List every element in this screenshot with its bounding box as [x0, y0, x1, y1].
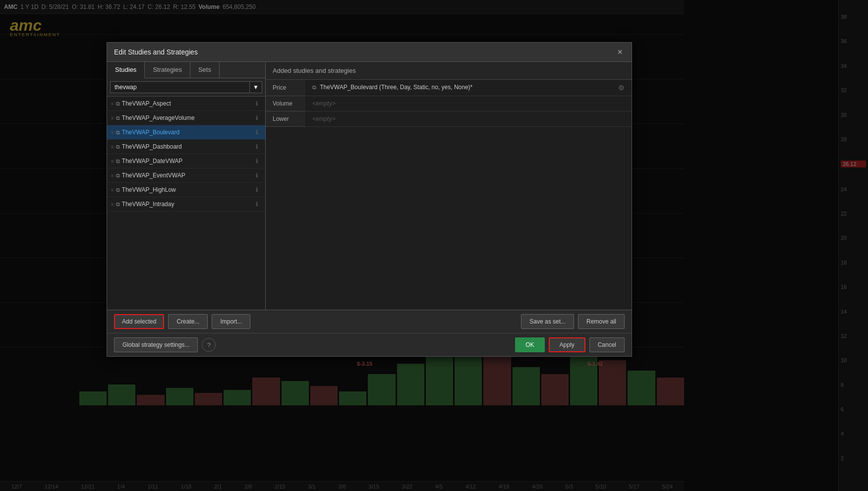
search-dropdown-arrow[interactable]: ▼ [250, 81, 262, 93]
edit-studies-modal: Edit Studies and Strategies × Studies St… [107, 42, 632, 357]
modal-header: Edit Studies and Strategies × [107, 43, 632, 62]
table-row-volume: Volume <empty> [266, 96, 632, 111]
footer-bottom-left: Global strategy settings... ? [114, 337, 216, 352]
table-row-lower: Lower <empty> [266, 111, 632, 127]
study-type-icon: ⧉ [116, 172, 120, 179]
study-info-button[interactable]: ℹ [252, 171, 261, 180]
study-info-button[interactable]: ℹ [252, 113, 261, 122]
footer-left-buttons: Add selected Create... Import... [114, 314, 250, 329]
study-type-icon: ⧉ [116, 144, 120, 150]
price-label: Price [266, 80, 305, 96]
drag-handle-icon: ≡ [111, 159, 114, 164]
study-name: TheVWAP_HighLow [122, 186, 250, 193]
drag-handle-icon: ≡ [111, 130, 114, 135]
price-value: ⧉ TheVWAP_Boulevard (Three, Day, Static,… [305, 80, 632, 96]
tab-sets[interactable]: Sets [190, 62, 220, 78]
lower-value: <empty> [305, 111, 632, 127]
study-name: TheVWAP_Boulevard [122, 129, 250, 136]
study-info-button[interactable]: ℹ [252, 99, 261, 108]
tab-bar: Studies Strategies Sets [107, 62, 265, 78]
right-panel: Added studies and strategies Price ⧉ The… [266, 62, 632, 310]
cancel-button[interactable]: Cancel [589, 337, 625, 352]
drag-handle-icon: ≡ [111, 101, 114, 107]
study-name: TheVWAP_Dashboard [122, 143, 250, 150]
study-info-button[interactable]: ℹ [252, 185, 261, 194]
price-study-name: TheVWAP_Boulevard (Three, Day, Static, n… [320, 84, 472, 91]
study-item[interactable]: ≡ ⧉ TheVWAP_Intraday ℹ [107, 197, 265, 212]
help-button[interactable]: ? [202, 338, 216, 352]
study-type-icon: ⧉ [116, 115, 120, 121]
added-studies-table: Price ⧉ TheVWAP_Boulevard (Three, Day, S… [266, 80, 632, 127]
right-panel-header: Added studies and strategies [266, 62, 632, 80]
create-button[interactable]: Create... [168, 314, 208, 329]
study-item[interactable]: ≡ ⧉ TheVWAP_EventVWAP ℹ [107, 168, 265, 183]
remove-all-button[interactable]: Remove all [578, 314, 625, 329]
search-box: ▼ [107, 78, 265, 97]
left-panel: Studies Strategies Sets ▼ ≡ ⧉ TheVW [107, 62, 266, 310]
modal-body: Studies Strategies Sets ▼ ≡ ⧉ TheVW [107, 62, 632, 310]
study-settings-button[interactable]: ⚙ [618, 84, 625, 92]
tab-strategies[interactable]: Strategies [145, 62, 190, 78]
study-type-icon: ⧉ [116, 129, 120, 136]
study-item[interactable]: ≡ ⧉ TheVWAP_HighLow ℹ [107, 183, 265, 197]
study-info-button[interactable]: ℹ [252, 157, 261, 165]
global-strategy-button[interactable]: Global strategy settings... [114, 337, 198, 352]
study-type-icon: ⧉ [116, 187, 120, 193]
study-type-icon: ⧉ [116, 158, 120, 164]
import-button[interactable]: Import... [212, 314, 250, 329]
study-type-icon: ⧉ [116, 101, 120, 107]
study-type-icon: ⧉ [116, 201, 120, 208]
study-name: TheVWAP_DateVWAP [122, 158, 250, 164]
study-item[interactable]: ≡ ⧉ TheVWAP_DateVWAP ℹ [107, 154, 265, 168]
study-item[interactable]: ≡ ⧉ TheVWAP_AverageVolume ℹ [107, 111, 265, 125]
volume-label: Volume [266, 96, 305, 111]
study-name: TheVWAP_Intraday [122, 201, 250, 208]
drag-handle-icon: ≡ [111, 144, 114, 150]
save-as-set-button[interactable]: Save as set... [521, 314, 574, 329]
tab-studies[interactable]: Studies [107, 62, 145, 78]
apply-button[interactable]: Apply [549, 337, 585, 352]
study-info-button[interactable]: ℹ [252, 128, 261, 137]
search-input[interactable] [110, 81, 250, 93]
lower-label: Lower [266, 111, 305, 127]
study-info-button[interactable]: ℹ [252, 200, 261, 209]
study-name: TheVWAP_AverageVolume [122, 114, 250, 121]
study-name: TheVWAP_EventVWAP [122, 172, 250, 179]
footer-bottom-right: OK Apply Cancel [515, 337, 625, 352]
drag-handle-icon: ≡ [111, 202, 114, 207]
drag-handle-icon: ≡ [111, 173, 114, 178]
study-info-button[interactable]: ℹ [252, 142, 261, 151]
modal-footer-bottom: Global strategy settings... ? OK Apply C… [107, 333, 632, 356]
modal-title: Edit Studies and Strategies [114, 48, 198, 56]
study-item[interactable]: ≡ ⧉ TheVWAP_Aspect ℹ [107, 97, 265, 111]
drag-handle-icon: ≡ [111, 115, 114, 121]
study-list[interactable]: ≡ ⧉ TheVWAP_Aspect ℹ ≡ ⧉ TheVWAP_Average… [107, 97, 265, 310]
volume-value: <empty> [305, 96, 632, 111]
footer-right-buttons: Save as set... Remove all [521, 314, 625, 329]
add-selected-button[interactable]: Add selected [114, 314, 164, 329]
study-name: TheVWAP_Aspect [122, 100, 250, 107]
study-item[interactable]: ≡ ⧉ TheVWAP_Dashboard ℹ [107, 140, 265, 154]
study-link-icon: ⧉ [312, 84, 316, 90]
modal-close-button[interactable]: × [615, 48, 625, 56]
ok-button[interactable]: OK [515, 337, 544, 352]
study-item-selected[interactable]: ≡ ⧉ TheVWAP_Boulevard ℹ [107, 125, 265, 140]
drag-handle-icon: ≡ [111, 187, 114, 193]
modal-footer-top: Add selected Create... Import... Save as… [107, 310, 632, 333]
table-row-price: Price ⧉ TheVWAP_Boulevard (Three, Day, S… [266, 80, 632, 96]
